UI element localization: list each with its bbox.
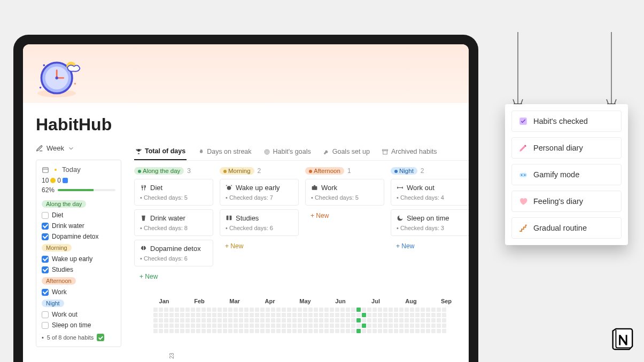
card-studies[interactable]: Studies • Checked days: 6 xyxy=(220,209,299,236)
column-night: Night2 Work out • Checked days: 4 Sleep … xyxy=(391,167,469,283)
svg-point-24 xyxy=(524,175,525,176)
card-dopamine-detox[interactable]: Dopamine detox • Checked days: 6 xyxy=(134,240,213,266)
archive-icon xyxy=(382,148,389,155)
svg-rect-19 xyxy=(402,187,403,188)
page-banner xyxy=(23,44,469,103)
new-card-night[interactable]: + New xyxy=(391,240,469,253)
panel-item-gamify-mode[interactable]: Gamify mode xyxy=(511,164,622,185)
panel-item-personal-diary[interactable]: Personal diary xyxy=(511,137,622,159)
check-badge-icon xyxy=(97,334,104,341)
panel-item-feelings-diary[interactable]: Feeling's diary xyxy=(511,191,622,212)
svg-point-8 xyxy=(74,83,76,85)
checkbox-unchecked[interactable] xyxy=(42,311,49,318)
svg-point-5 xyxy=(56,76,58,79)
checkbox-checked[interactable] xyxy=(42,256,49,263)
coin-count: 10 xyxy=(42,177,49,184)
checkbox-checked[interactable] xyxy=(42,289,49,296)
new-card-along[interactable]: + New xyxy=(134,270,213,283)
trophy-icon xyxy=(135,148,142,155)
dumbbell-icon xyxy=(397,184,404,191)
svg-point-7 xyxy=(40,86,42,89)
alarm-icon xyxy=(226,184,232,191)
card-wake-up-early[interactable]: Wake up early • Checked days: 7 xyxy=(220,179,299,206)
briefcase-icon xyxy=(311,184,318,191)
svg-rect-9 xyxy=(43,167,49,172)
notion-logo-icon xyxy=(609,327,634,352)
page-title: HabitHub xyxy=(36,115,456,135)
moon-icon xyxy=(397,215,404,222)
card-drink-water[interactable]: Drink water • Checked days: 8 xyxy=(134,209,213,236)
svg-rect-18 xyxy=(397,187,398,188)
svg-rect-22 xyxy=(519,173,527,177)
sidebar-habit-wake-up[interactable]: Wake up early xyxy=(42,254,115,264)
brain-icon xyxy=(140,245,147,252)
checkbox-unchecked[interactable] xyxy=(42,212,49,219)
sidebar-habit-diet[interactable]: Diet xyxy=(42,210,115,221)
card-work-out[interactable]: Work out • Checked days: 4 xyxy=(391,179,469,206)
tab-total-of-days[interactable]: Total of days xyxy=(134,144,187,160)
sidebar-habit-workout[interactable]: Work out xyxy=(42,309,115,320)
heatmap-area: Jan Feb Mar Apr May Jun Jul Aug Sep xyxy=(134,293,469,333)
panel-item-habits-checked[interactable]: Habit's checked xyxy=(511,111,622,132)
pencil-icon xyxy=(518,143,528,153)
checkbox-unchecked[interactable] xyxy=(42,322,49,329)
utensils-icon xyxy=(140,184,147,191)
month-labels: Jan Feb Mar Apr May Jun Jul Aug Sep xyxy=(153,298,469,304)
card-work[interactable]: Work • Checked days: 5 xyxy=(305,179,384,206)
progress-percent: 62% xyxy=(42,186,55,194)
stairs-icon xyxy=(518,223,528,233)
tag-morning: Morning xyxy=(42,244,72,251)
today-label: Today xyxy=(62,166,81,174)
heatmap-grid xyxy=(153,308,469,333)
tab-goals-setup[interactable]: Goals set up xyxy=(322,144,371,160)
new-card-morning[interactable]: + New xyxy=(220,240,299,253)
card-diet[interactable]: Diet • Checked days: 5 xyxy=(134,179,213,206)
tag-along-the-day: Along the day xyxy=(42,200,86,208)
tab-habits-goals[interactable]: Habit's goals xyxy=(262,144,312,160)
tablet-frame: HabitHub Week Today xyxy=(13,35,478,362)
glass-icon xyxy=(140,215,147,222)
rewards-row: 10 0 xyxy=(42,177,115,184)
edit-icon xyxy=(36,145,43,152)
panel-string xyxy=(517,32,518,104)
sidebar-habit-drink-water[interactable]: Drink water xyxy=(42,221,115,231)
today-heading: Today xyxy=(42,166,115,174)
svg-point-12 xyxy=(265,149,269,154)
year-label: 23 xyxy=(169,353,175,359)
kanban-board: Along the day3 Diet • Checked days: 5 Dr… xyxy=(134,167,469,283)
gem-icon xyxy=(63,178,68,183)
tab-archived-habits[interactable]: Archived habits xyxy=(381,144,438,160)
gamepad-icon xyxy=(518,170,528,179)
sidebar-habit-dopamine-detox[interactable]: Dopamine detox xyxy=(42,231,115,242)
gem-count: 0 xyxy=(57,177,61,184)
clock-illustration-icon xyxy=(34,54,82,102)
card-sleep-on-time[interactable]: Sleep on time • Checked days: 3 xyxy=(391,209,469,236)
wrench-icon xyxy=(323,148,330,155)
chevron-down-icon xyxy=(67,145,75,152)
panel-item-gradual-routine[interactable]: Gradual routine xyxy=(511,217,622,239)
sidebar-habit-studies[interactable]: Studies xyxy=(42,264,115,275)
svg-point-11 xyxy=(55,169,57,171)
column-along-the-day: Along the day3 Diet • Checked days: 5 Dr… xyxy=(134,167,213,283)
svg-point-23 xyxy=(521,175,522,176)
svg-rect-15 xyxy=(383,151,387,154)
calendar-icon xyxy=(42,166,49,174)
tab-days-on-streak[interactable]: Days on streak xyxy=(196,144,252,160)
today-card: Today 10 0 62% Along the day xyxy=(36,160,121,347)
feature-panel: Habit's checked Personal diary Gamify mo… xyxy=(505,104,628,245)
flame-icon xyxy=(197,148,204,155)
checkbox-checked[interactable] xyxy=(42,266,49,273)
svg-rect-20 xyxy=(398,187,402,188)
book-icon xyxy=(226,215,232,222)
sidebar-habit-sleep[interactable]: Sleep on time xyxy=(42,320,115,330)
column-afternoon: Afternoon1 Work • Checked days: 5 + New xyxy=(305,167,384,283)
new-card-afternoon[interactable]: + New xyxy=(305,209,384,222)
sidebar-habit-work[interactable]: Work xyxy=(42,287,115,297)
tag-night: Night xyxy=(42,300,64,307)
week-selector[interactable]: Week xyxy=(36,144,121,152)
tablet-screen: HabitHub Week Today xyxy=(23,44,469,362)
view-tabs: Total of days Days on streak Habit's goa… xyxy=(134,144,469,161)
checkbox-checked[interactable] xyxy=(42,223,49,230)
tag-afternoon: Afternoon xyxy=(42,277,76,285)
checkbox-checked[interactable] xyxy=(42,233,49,240)
